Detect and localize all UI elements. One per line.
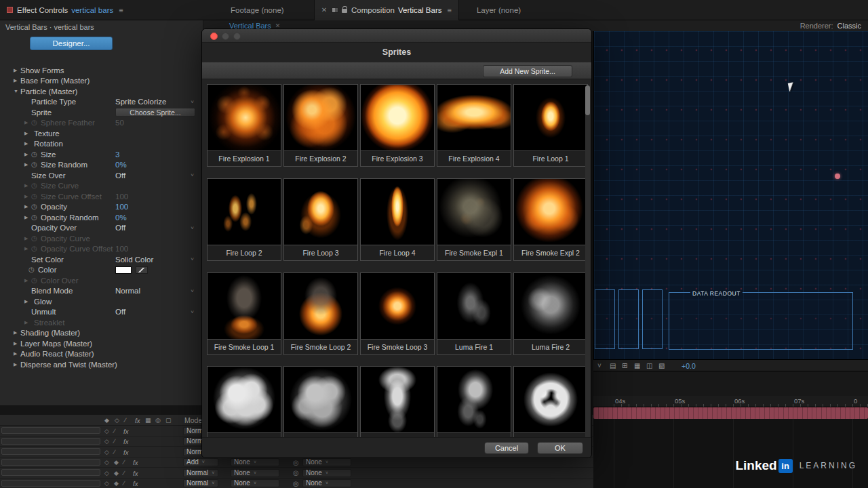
pattern-icon[interactable]: ▧ bbox=[658, 362, 665, 369]
fx-icon[interactable]: fx bbox=[133, 480, 138, 487]
tab-composition[interactable]: ✕ Composition Vertical Bars ≡ bbox=[314, 0, 459, 20]
switch-icon[interactable]: ◇ bbox=[104, 438, 109, 445]
dropdown-value[interactable]: Off bbox=[115, 308, 125, 316]
property-row-particle-master[interactable]: ▼Particle (Master) bbox=[0, 86, 203, 97]
stopwatch-icon[interactable]: ◷ bbox=[31, 151, 41, 158]
pickwhip-icon[interactable]: ◎ bbox=[293, 480, 299, 487]
work-area-bar[interactable] bbox=[593, 407, 868, 419]
disclosure-right-icon[interactable]: ▶ bbox=[24, 236, 31, 241]
property-row-streaklet[interactable]: ▶Streaklet bbox=[0, 317, 203, 328]
renderer-value[interactable]: Classic bbox=[837, 22, 861, 30]
stopwatch-icon[interactable]: ◷ bbox=[31, 235, 41, 242]
switch-icon[interactable]: ◆ bbox=[114, 480, 119, 487]
disclosure-right-icon[interactable]: ▶ bbox=[14, 68, 20, 73]
chevron-down-icon[interactable]: ˅ bbox=[191, 256, 194, 262]
minimize-button[interactable] bbox=[222, 33, 229, 40]
dropdown-value[interactable]: Off bbox=[115, 171, 125, 180]
cancel-button[interactable]: Cancel bbox=[484, 442, 529, 454]
dialog-scrollbar-thumb[interactable] bbox=[585, 85, 590, 115]
eyedropper-icon[interactable] bbox=[136, 266, 148, 274]
sprite-item-16[interactable] bbox=[207, 366, 281, 449]
close-button[interactable] bbox=[210, 33, 218, 40]
stopwatch-icon[interactable]: ◷ bbox=[31, 182, 41, 189]
property-row-disperse-and-twist-master[interactable]: ▶Disperse and Twist (Master) bbox=[0, 359, 203, 370]
dropdown-value[interactable]: Off bbox=[115, 224, 125, 232]
sprite-fire-explosion-1[interactable]: Fire Explosion 1 bbox=[207, 84, 281, 167]
layer-row-4[interactable]: ◇◆∕fxAdd˅None˅◎None˅ bbox=[0, 458, 593, 468]
chevron-down-icon[interactable]: ˅ bbox=[191, 309, 194, 315]
chevron-down-icon[interactable]: ˅ bbox=[191, 99, 194, 105]
sprite-fire-loop-1[interactable]: Fire Loop 1 bbox=[513, 84, 588, 167]
sprite-fire-smoke-expl-2[interactable]: Fire Smoke Expl 2 bbox=[513, 178, 588, 261]
sprite-fire-loop-2[interactable]: Fire Loop 2 bbox=[207, 178, 281, 261]
grid-icon[interactable]: ▦ bbox=[634, 362, 640, 369]
layer-row-5[interactable]: ◇◆∕fxNormal˅None˅◎None˅ bbox=[0, 468, 593, 479]
property-value[interactable]: 3 bbox=[115, 150, 119, 159]
quality-icon[interactable]: ∕ bbox=[123, 470, 125, 476]
layer-name-bar[interactable] bbox=[1, 469, 100, 476]
switch-icon[interactable]: ◇ bbox=[104, 449, 109, 455]
chevron-down-icon[interactable]: ˅ bbox=[191, 172, 194, 178]
property-row-size-over[interactable]: Size OverOff˅ bbox=[0, 170, 203, 181]
designer-button[interactable]: Designer... bbox=[30, 37, 113, 50]
quality-icon[interactable]: ∕ bbox=[114, 449, 115, 455]
quality-icon[interactable]: ∕ bbox=[123, 459, 125, 466]
property-row-base-form-master[interactable]: ▶Base Form (Master) bbox=[0, 76, 203, 87]
disclosure-right-icon[interactable]: ▶ bbox=[24, 152, 31, 157]
property-row-rotation[interactable]: ▶Rotation bbox=[0, 139, 203, 150]
grid-plus-icon[interactable]: ⊞ bbox=[622, 362, 627, 369]
disclosure-right-icon[interactable]: ▶ bbox=[24, 141, 31, 146]
disclosure-down-icon[interactable]: ▼ bbox=[14, 89, 20, 94]
property-row-shading-master[interactable]: ▶Shading (Master) bbox=[0, 328, 203, 339]
fx-icon[interactable]: fx bbox=[133, 459, 138, 466]
close-icon[interactable]: ✕ bbox=[321, 6, 327, 14]
disclosure-right-icon[interactable]: ▶ bbox=[24, 162, 31, 167]
sprite-luma-fire-2[interactable]: Luma Fire 2 bbox=[513, 272, 588, 355]
tab-layer[interactable]: Layer (none) bbox=[470, 0, 528, 20]
disclosure-right-icon[interactable]: ▶ bbox=[24, 278, 31, 283]
composition-viewport[interactable]: DATA READOUT bbox=[593, 31, 868, 359]
property-row-show-forms[interactable]: ▶Show Forms bbox=[0, 65, 203, 76]
dialog-titlebar[interactable] bbox=[202, 29, 591, 43]
sprite-item-20[interactable] bbox=[513, 366, 588, 449]
parent-dropdown[interactable]: None˅ bbox=[302, 469, 351, 477]
quality-icon[interactable]: ∕ bbox=[114, 438, 115, 445]
layer-name-bar[interactable] bbox=[1, 459, 100, 466]
disclosure-right-icon[interactable]: ▶ bbox=[24, 131, 31, 136]
panel-menu-icon[interactable]: ≡ bbox=[119, 6, 123, 14]
switch-icon[interactable]: ◆ bbox=[114, 459, 119, 466]
quality-icon[interactable]: ∕ bbox=[125, 417, 126, 424]
stopwatch-icon[interactable]: ◷ bbox=[31, 193, 41, 200]
property-row-particle-type[interactable]: Particle TypeSprite Colorize˅ bbox=[0, 97, 203, 108]
disclosure-right-icon[interactable]: ▶ bbox=[24, 215, 31, 220]
property-row-glow[interactable]: ▶Glow bbox=[0, 296, 203, 307]
chevron-down-icon[interactable]: ˅ bbox=[597, 362, 601, 369]
disclosure-right-icon[interactable]: ▶ bbox=[14, 78, 20, 83]
disclosure-right-icon[interactable]: ▶ bbox=[24, 120, 31, 125]
sprite-luma-fire-1[interactable]: Luma Fire 1 bbox=[437, 272, 511, 355]
stopwatch-icon[interactable]: ◷ bbox=[31, 277, 41, 284]
parent-dropdown[interactable]: None˅ bbox=[302, 458, 351, 466]
disclosure-right-icon[interactable]: ▶ bbox=[14, 341, 20, 346]
pickwhip-icon[interactable]: ◎ bbox=[293, 469, 299, 476]
stopwatch-icon[interactable]: ◷ bbox=[31, 245, 41, 252]
disclosure-right-icon[interactable]: ▶ bbox=[24, 183, 31, 188]
stopwatch-icon[interactable]: ◷ bbox=[31, 119, 41, 126]
property-row-opacity[interactable]: ▶◷Opacity100 bbox=[0, 202, 203, 213]
sprite-fire-smoke-loop-2[interactable]: Fire Smoke Loop 2 bbox=[283, 272, 358, 355]
sprite-fire-loop-3[interactable]: Fire Loop 3 bbox=[283, 178, 358, 261]
switch-icon[interactable]: ◇ bbox=[104, 459, 109, 466]
property-row-opacity-curve[interactable]: ▶◷Opacity Curve bbox=[0, 233, 203, 244]
sprite-fire-smoke-loop-1[interactable]: Fire Smoke Loop 1 bbox=[207, 272, 281, 355]
sprite-item-19[interactable] bbox=[437, 366, 511, 449]
dropdown-value[interactable]: Normal bbox=[115, 287, 140, 295]
dropdown-value[interactable]: Solid Color bbox=[115, 256, 153, 264]
disclosure-right-icon[interactable]: ▶ bbox=[24, 246, 31, 251]
mode-dropdown[interactable]: Add˅ bbox=[183, 458, 218, 466]
trkmat-dropdown[interactable]: None˅ bbox=[231, 458, 279, 466]
property-row-size-random[interactable]: ▶◷Size Random0% bbox=[0, 160, 203, 171]
rows-icon[interactable]: ▤ bbox=[610, 362, 616, 369]
trkmat-dropdown[interactable]: None˅ bbox=[231, 469, 279, 477]
mode-dropdown[interactable]: Normal˅ bbox=[183, 479, 218, 487]
property-row-audio-react-master[interactable]: ▶Audio React (Master) bbox=[0, 349, 203, 360]
